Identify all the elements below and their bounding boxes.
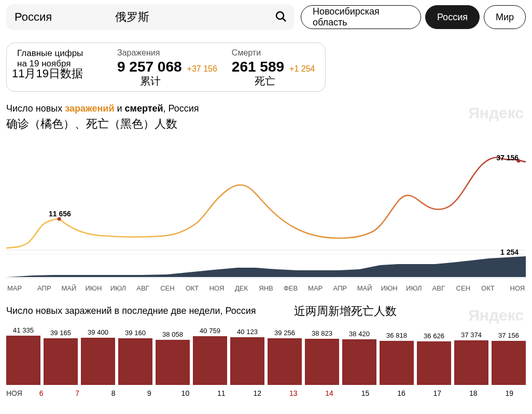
month-tick: ИЮЛ: [402, 284, 427, 292]
bar-rect: [156, 340, 190, 385]
bar-rect: [268, 338, 302, 385]
metric-label: Смерти: [232, 48, 315, 58]
bar-day: 16: [385, 389, 417, 397]
bar-day: 7: [61, 389, 93, 397]
headline-card: Главные цифры на 19 ноября 11月19日数据 Зара…: [6, 43, 326, 92]
bar-col: 36 818: [380, 332, 414, 385]
bars-axis-head: НОЯ: [6, 389, 22, 397]
month-tick: ОКТ: [180, 284, 205, 292]
month-tick: ОКТ: [475, 284, 500, 292]
bar-value: 38 420: [349, 330, 370, 338]
bar-value: 39 160: [125, 329, 146, 337]
bar-rect: [44, 338, 78, 385]
search-icon[interactable]: [275, 10, 287, 25]
bar-value: 38 823: [312, 329, 332, 337]
bars-chart: 41 33539 16539 40039 16038 05840 75940 1…: [6, 323, 526, 385]
month-tick: НОЯ: [204, 284, 229, 292]
bars-title-cn: 近两周新增死亡人数: [294, 303, 397, 319]
month-tick: АВГ: [131, 284, 156, 292]
month-tick: ИЮН: [377, 284, 402, 292]
bar-day: 14: [313, 389, 345, 397]
bar-day: 17: [421, 389, 454, 397]
bar-value: 36 818: [386, 332, 407, 339]
month-tick: ИЮН: [81, 284, 106, 292]
bar-day: 19: [493, 389, 525, 397]
bar-rect: [492, 341, 526, 385]
bar-col: 36 626: [417, 332, 451, 385]
bar-col: 37 156: [492, 332, 526, 385]
bar-rect: [380, 341, 414, 385]
bar-day: 18: [457, 389, 489, 397]
bar-col: 39 400: [81, 328, 115, 385]
bar-value: 37 156: [498, 332, 519, 339]
bar-rect: [6, 336, 40, 385]
month-tick: АПР: [328, 284, 353, 292]
bar-col: 38 058: [156, 330, 190, 385]
bar-value: 40 123: [237, 328, 258, 336]
bar-rect: [417, 341, 451, 385]
bar-rect: [81, 338, 115, 385]
pill-region[interactable]: Новосибирская область: [301, 5, 421, 29]
bar-rect: [118, 338, 152, 385]
bar-rect: [454, 340, 488, 385]
metric-cn: 死亡: [255, 74, 315, 88]
main-line-chart: 11 656 37 156 1 254: [6, 134, 526, 279]
bar-rect: [342, 339, 376, 385]
month-tick: МАЙ: [57, 284, 81, 292]
bar-col: 37 374: [454, 331, 488, 385]
month-tick: АПР: [32, 284, 57, 292]
bar-value: 36 626: [424, 332, 444, 340]
bar-rect: [305, 339, 339, 385]
bar-value: 37 374: [461, 331, 482, 339]
bar-rect: [193, 336, 227, 385]
month-tick: ДЕК: [229, 284, 254, 292]
svg-line-1: [283, 18, 286, 21]
search-input[interactable]: Россия 俄罗斯: [6, 4, 295, 30]
bar-col: 39 256: [268, 329, 302, 385]
main-chart-title: Число новых заражений и смертей, Россия …: [6, 103, 526, 114]
deaths-peak-label: 1 254: [500, 248, 519, 256]
bar-day: 12: [241, 389, 274, 397]
bar-day: 8: [97, 389, 130, 397]
bar-day: 13: [277, 389, 310, 397]
metric-label: Заражения: [117, 48, 217, 58]
bar-col: 41 335: [6, 326, 40, 385]
watermark: Яндекс: [468, 307, 524, 324]
month-tick: МАР: [7, 284, 32, 292]
bar-day: 11: [205, 389, 237, 397]
pill-world[interactable]: Мир: [484, 5, 526, 29]
search-value-cn: 俄罗斯: [115, 9, 149, 25]
month-tick: ФЕВ: [278, 284, 303, 292]
svg-point-0: [276, 12, 284, 19]
infections-peak2-label: 37 156: [496, 154, 519, 162]
month-tick: МАР: [303, 284, 328, 292]
metric-value: 261 589: [232, 59, 284, 75]
search-value: Россия: [15, 10, 52, 24]
month-tick: СЕН: [451, 284, 476, 292]
month-tick: АВГ: [426, 284, 451, 292]
bar-value: 39 165: [50, 329, 71, 337]
bar-col: 39 160: [118, 329, 152, 385]
bar-day: 6: [25, 389, 58, 397]
month-axis: МАРАПРМАЙИЮНИЮЛАВГСЕНОКТНОЯДЕКЯНВФЕВМАРА…: [6, 281, 526, 292]
bar-col: 38 420: [342, 330, 376, 385]
bar-col: 38 823: [305, 329, 339, 385]
headline-title-cn: 11月19日数据: [12, 66, 83, 81]
month-tick: НОЯ: [500, 284, 525, 292]
month-tick: СЕН: [155, 284, 180, 292]
bar-value: 38 058: [162, 330, 183, 338]
metric-infections: Заражения 9 257 068 +37 156 累计: [117, 48, 217, 88]
bars-title: Число новых заражений в последние две не…: [6, 306, 526, 316]
bars-axis: НОЯ 678910111213141516171819: [6, 389, 526, 397]
bar-day: 10: [169, 389, 202, 397]
month-tick: МАЙ: [352, 284, 377, 292]
metric-delta: +37 156: [187, 64, 217, 74]
metric-deaths: Смерти 261 589 +1 254 死亡: [232, 48, 315, 88]
infections-peak1-label: 11 656: [49, 210, 71, 218]
region-pills: Новосибирская область Россия Мир: [301, 5, 526, 29]
pill-russia[interactable]: Россия: [425, 5, 480, 29]
bar-col: 39 165: [44, 329, 78, 385]
bar-col: 40 759: [193, 327, 227, 385]
bar-value: 41 335: [13, 326, 34, 334]
top-bar: Россия 俄罗斯 Новосибирская область Россия …: [6, 4, 526, 30]
